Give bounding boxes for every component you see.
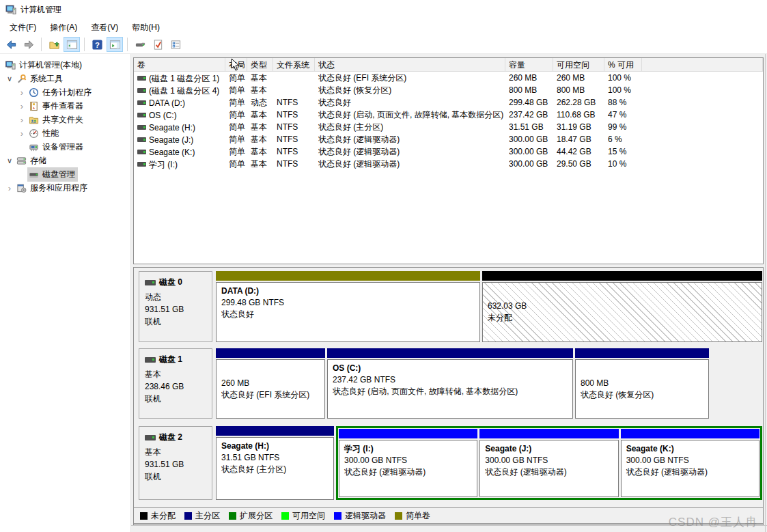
column-header[interactable]: 状态: [315, 58, 505, 72]
volume-type: 基本: [247, 109, 273, 121]
app-icon: [5, 4, 16, 15]
toolbar-button-properties[interactable]: [167, 37, 184, 52]
expander-icon[interactable]: ›: [16, 87, 27, 98]
legend-label: 主分区: [195, 510, 220, 522]
expander-icon[interactable]: ∨: [4, 74, 15, 83]
volume-name: OS (C:): [149, 110, 177, 121]
sidebar-item[interactable]: ›性能: [0, 126, 130, 140]
row-filler: [642, 96, 763, 109]
sidebar-item[interactable]: ›事件查看器: [0, 99, 130, 113]
expander-icon[interactable]: ›: [16, 128, 27, 139]
partition-volume[interactable]: 260 MB状态良好 (EFI 系统分区): [216, 348, 325, 419]
partition-volume[interactable]: Seagate (K:)300.00 GB NTFS状态良好 (逻辑驱动器): [621, 429, 759, 497]
partition-body: Seagate (J:)300.00 GB NTFS状态良好 (逻辑驱动器): [479, 440, 618, 497]
sidebar-item-label: 存储: [30, 155, 46, 167]
volume-name-cell: DATA (D:): [134, 96, 225, 109]
legend-swatch: [395, 512, 402, 520]
partition-body: 632.03 GB未分配: [482, 282, 762, 342]
row-filler: [642, 145, 763, 158]
sidebar-item-label: 服务和应用程序: [30, 182, 87, 194]
event-viewer-icon: [29, 101, 39, 111]
volume-row[interactable]: DATA (D:)简单动态NTFS状态良好299.48 GB262.28 GB8…: [134, 96, 763, 109]
volume-free-space: 110.68 GB: [553, 109, 604, 121]
storage-icon: [16, 156, 27, 166]
partition-volume[interactable]: DATA (D:)299.48 GB NTFS状态良好: [216, 271, 480, 342]
partition-volume[interactable]: Seagate (J:)300.00 GB NTFS状态良好 (逻辑驱动器): [479, 429, 618, 497]
volume-list-pane: 卷布局类型文件系统状态容量可用空间% 可用 (磁盘 1 磁盘分区 1)简单基本状…: [133, 57, 764, 264]
volume-row[interactable]: OS (C:)简单基本NTFS状态良好 (启动, 页面文件, 故障转储, 基本数…: [134, 109, 763, 121]
window-right-edge: [765, 54, 766, 532]
partition-unallocated[interactable]: 632.03 GB未分配: [482, 271, 762, 342]
volume-name: Seagate (J:): [149, 135, 193, 145]
volume-layout: 简单: [225, 121, 247, 133]
column-header-filler: [642, 58, 763, 72]
legend-item: 未分配: [140, 510, 176, 522]
disk-info-panel[interactable]: 磁盘 1基本238.46 GB联机: [139, 348, 212, 419]
disk-segments: DATA (D:)299.48 GB NTFS状态良好632.03 GB未分配: [216, 271, 763, 342]
partition-line: 260 MB: [221, 378, 322, 389]
toolbar-button-action-pane[interactable]: [107, 37, 123, 52]
toolbar-button-forward[interactable]: [20, 37, 37, 52]
disk-row: 磁盘 2基本931.51 GB联机Seagate (H:)31.51 GB NT…: [139, 426, 763, 500]
partition-color-bar: [482, 271, 762, 281]
disk-segments: Seagate (H:)31.51 GB NTFS状态良好 (主分区)学习 (I…: [216, 426, 763, 500]
legend-swatch: [184, 512, 192, 520]
partition-body: OS (C:)237.42 GB NTFS状态良好 (启动, 页面文件, 故障转…: [327, 359, 573, 419]
column-header[interactable]: 卷: [134, 58, 225, 72]
disk-list: 磁盘 0动态931.51 GB联机DATA (D:)299.48 GB NTFS…: [139, 271, 763, 500]
partition-volume[interactable]: 学习 (I:)300.00 GB NTFS状态良好 (逻辑驱动器): [339, 429, 477, 497]
extended-partition: 学习 (I:)300.00 GB NTFS状态良好 (逻辑驱动器)Seagate…: [336, 426, 762, 500]
sidebar-item[interactable]: ∨存储: [0, 154, 130, 167]
partition-volume[interactable]: OS (C:)237.42 GB NTFS状态良好 (启动, 页面文件, 故障转…: [327, 348, 573, 419]
sidebar-item[interactable]: ›服务和应用程序: [0, 181, 130, 195]
expander-icon[interactable]: ›: [4, 183, 15, 193]
sidebar-item[interactable]: 设备管理器: [0, 140, 130, 154]
menu-item[interactable]: 文件(F): [3, 20, 43, 36]
toolbar-button-disk-tool[interactable]: [132, 37, 148, 52]
volume-row[interactable]: (磁盘 1 磁盘分区 1)简单基本状态良好 (EFI 系统分区)260 MB26…: [134, 72, 763, 84]
volume-layout: 简单: [225, 84, 247, 96]
expander-icon[interactable]: ∨: [4, 156, 15, 165]
menu-item[interactable]: 帮助(H): [125, 20, 167, 36]
partition-color-bar: [621, 429, 759, 438]
volume-row[interactable]: (磁盘 1 磁盘分区 4)简单基本状态良好 (恢复分区)800 MB800 MB…: [134, 84, 763, 96]
disk-info-panel[interactable]: 磁盘 2基本931.51 GB联机: [139, 426, 212, 500]
toolbar-button-check-doc[interactable]: [150, 37, 166, 52]
legend-label: 未分配: [151, 510, 176, 522]
volume-capacity: 800 MB: [505, 84, 553, 96]
legend-swatch: [140, 512, 148, 520]
sidebar-item[interactable]: ›共享文件夹: [0, 113, 130, 126]
volume-row[interactable]: Seagate (H:)简单基本NTFS状态良好 (主分区)31.51 GB31…: [134, 121, 763, 133]
volume-row[interactable]: Seagate (J:)简单基本NTFS状态良好 (逻辑驱动器)300.00 G…: [134, 133, 763, 145]
column-header[interactable]: 容量: [505, 58, 553, 72]
legend-item: 逻辑驱动器: [334, 510, 386, 522]
disk-info-panel[interactable]: 磁盘 0动态931.51 GB联机: [139, 271, 212, 342]
column-header[interactable]: 可用空间: [553, 58, 604, 72]
partition-volume[interactable]: Seagate (H:)31.51 GB NTFS状态良好 (主分区): [216, 426, 334, 500]
sidebar-item[interactable]: ∨系统工具: [0, 72, 130, 85]
toolbar-button-console-tree[interactable]: [64, 37, 80, 52]
sidebar-item[interactable]: 磁盘管理: [0, 167, 130, 181]
legend-label: 简单卷: [406, 510, 430, 522]
sidebar-item[interactable]: ›任务计划程序: [0, 85, 130, 99]
menu-item[interactable]: 查看(V): [84, 20, 125, 36]
column-header[interactable]: % 可用: [604, 58, 642, 72]
partition-volume[interactable]: 800 MB状态良好 (恢复分区): [575, 348, 709, 419]
column-header[interactable]: 文件系统: [273, 58, 315, 72]
toolbar-button-back[interactable]: [3, 37, 19, 52]
volume-row[interactable]: 学习 (I:)简单基本NTFS状态良好 (逻辑驱动器)300.00 GB29.5…: [134, 158, 763, 170]
volume-layout: 简单: [225, 109, 247, 121]
legend-swatch: [281, 512, 289, 520]
volume-free-space: 260 MB: [553, 72, 604, 84]
volume-status: 状态良好 (启动, 页面文件, 故障转储, 基本数据分区): [315, 109, 505, 121]
toolbar-button-help[interactable]: ?: [89, 37, 105, 52]
legend-swatch: [334, 512, 341, 520]
expander-icon[interactable]: ›: [16, 115, 27, 125]
partition-line: 状态良好 (逻辑驱动器): [485, 466, 615, 478]
column-header[interactable]: 类型: [247, 58, 273, 72]
sidebar-item[interactable]: 计算机管理(本地): [0, 58, 130, 72]
volume-row[interactable]: Seagate (K:)简单基本NTFS状态良好 (逻辑驱动器)300.00 G…: [134, 145, 763, 158]
expander-icon[interactable]: ›: [16, 101, 27, 111]
menu-item[interactable]: 操作(A): [43, 20, 84, 36]
toolbar-button-export-folder[interactable]: [46, 37, 62, 52]
